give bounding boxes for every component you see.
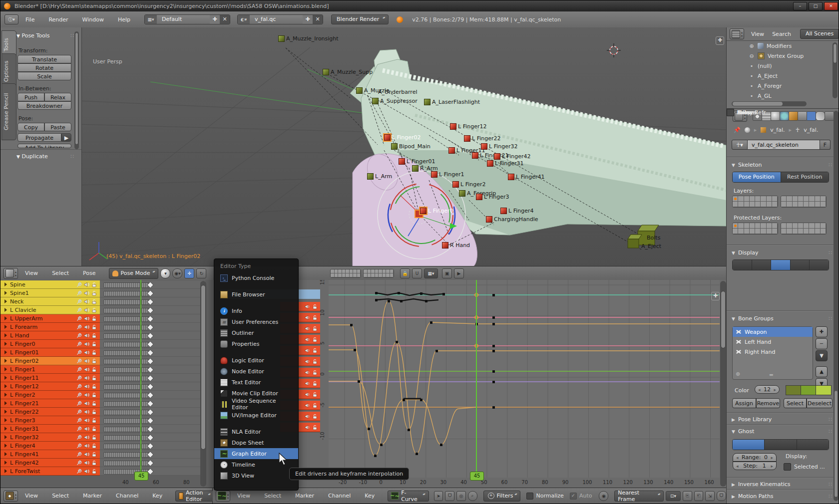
layer-cell[interactable] [738, 223, 744, 229]
channel-keyframes[interactable] [100, 459, 205, 467]
normalize-checkbox[interactable]: Normalize [526, 493, 563, 500]
tab-object-data-armature[interactable] [807, 111, 816, 121]
ghost-range-stepper[interactable]: ◂Range:0▸ [733, 453, 777, 462]
bone-group-row[interactable]: Right Hand [733, 347, 813, 357]
layer-cell[interactable] [767, 223, 772, 229]
lock-icon[interactable] [91, 452, 97, 457]
layer-cell[interactable] [815, 223, 821, 229]
keyframe-strip[interactable] [104, 359, 150, 364]
outliner-view-menu[interactable]: View [751, 31, 764, 37]
layer-cell[interactable] [335, 273, 339, 277]
channel-keyframes[interactable] [100, 374, 205, 382]
lock-icon[interactable] [91, 290, 97, 296]
toolshelf-scrollbar[interactable] [74, 31, 79, 149]
keyframe-strip[interactable] [104, 384, 150, 390]
record-icon[interactable]: ◉ [599, 491, 608, 501]
layer-cell[interactable] [804, 223, 809, 229]
render-opengl-icon[interactable]: ▣ [442, 268, 452, 278]
outliner-display-mode[interactable]: All Scenes [800, 29, 839, 39]
layer-cell[interactable] [804, 229, 809, 234]
pivot-center-icon[interactable]: ◎ [456, 491, 466, 501]
bone-cube-icon[interactable] [420, 208, 426, 214]
dope-channel-row[interactable]: L Finger22 [0, 408, 205, 416]
keyframe-strip[interactable] [104, 299, 150, 305]
layer-cell[interactable] [787, 202, 792, 207]
menu-item[interactable]: Outliner [214, 327, 298, 338]
layer-cell[interactable] [733, 223, 738, 229]
bone-label[interactable]: ChargingHandle [486, 216, 538, 223]
expand-triangle-icon[interactable] [4, 333, 7, 337]
ghost-mode-button[interactable] [765, 440, 797, 450]
layer-cell[interactable] [386, 269, 390, 273]
layer-cell[interactable] [368, 269, 372, 273]
snap-magnet-icon[interactable]: U [412, 268, 422, 278]
bone-cube-icon[interactable] [356, 87, 363, 94]
expand-triangle-icon[interactable] [4, 461, 7, 465]
ghost-panel-header[interactable]: ▼Ghost [732, 428, 754, 435]
color-set-stepper[interactable]: ◂12▸ [755, 385, 780, 394]
lock-icon[interactable] [91, 426, 97, 432]
keyframe-strip[interactable] [104, 393, 150, 398]
dope-channel-row[interactable]: L Finger11 [0, 374, 205, 382]
wrench-icon[interactable] [76, 409, 82, 415]
lock-icon[interactable] [91, 333, 97, 338]
bone-cube-icon[interactable] [459, 190, 465, 197]
layer-cell[interactable] [331, 269, 335, 273]
ghost-icon[interactable]: ᗜ [717, 491, 726, 501]
channel-keyframes[interactable] [100, 399, 205, 408]
layer-cell[interactable] [383, 273, 387, 277]
layer-cell[interactable] [804, 196, 809, 202]
menu-item[interactable]: User Preferences [214, 316, 298, 327]
curve-area[interactable] [329, 280, 720, 478]
lock-icon[interactable] [91, 375, 97, 381]
dope-channel-row[interactable]: L ForeTwist [0, 467, 205, 476]
lock-icon[interactable] [91, 443, 97, 449]
expand-triangle-icon[interactable] [4, 367, 7, 371]
layer-cell[interactable] [821, 202, 826, 207]
bone-label[interactable]: L Finger32 [481, 143, 517, 150]
mute-speaker-icon[interactable] [84, 341, 89, 347]
menu-item[interactable]: Render [48, 16, 68, 23]
bone-group-row[interactable]: Left Hand [733, 337, 813, 347]
wrench-icon[interactable] [76, 443, 82, 449]
outliner-item[interactable]: ⊖ Vertex Group [727, 51, 839, 61]
cursor-select-icon[interactable]: ➤ [434, 491, 443, 501]
keyframe-strip[interactable] [104, 452, 150, 458]
manipulator-translate-icon[interactable]: ✛ [184, 268, 194, 278]
layer-cell[interactable] [733, 202, 738, 207]
layer-cell[interactable] [335, 269, 339, 273]
outliner-item[interactable]: • (null) [727, 61, 839, 71]
outliner-item[interactable]: • A_GL [727, 91, 839, 101]
layer-cell[interactable] [738, 196, 744, 202]
channel-keyframes[interactable] [100, 289, 205, 297]
menu-item[interactable]: Dope Sheet [214, 437, 298, 448]
layer-cell[interactable] [815, 229, 821, 234]
breadcrumb-data[interactable]: v_fal. [804, 127, 818, 133]
draw-type-button[interactable] [791, 260, 810, 270]
menu-item[interactable]: Properties [214, 338, 298, 349]
color-swatch-active[interactable] [816, 385, 832, 395]
layer-cell[interactable] [379, 273, 383, 277]
bone-label[interactable]: L Finger3 [476, 194, 509, 200]
expand-triangle-icon[interactable] [4, 308, 7, 312]
bone-label[interactable]: A_Underbarrel [378, 89, 417, 95]
tab-bone-constraints[interactable] [825, 111, 834, 121]
dope-channel-row[interactable]: L Clavicle [0, 306, 205, 314]
remove-button[interactable]: Remove [756, 398, 780, 408]
wrench-icon[interactable] [76, 401, 82, 406]
layer-cell[interactable] [761, 229, 766, 234]
info-editor-type-icon[interactable]: ⓘ▾ [4, 14, 18, 24]
ghost-selected-checkbox[interactable]: Selected ... [784, 463, 825, 471]
channel-keyframes[interactable] [100, 416, 205, 425]
menu-item[interactable]: Help [118, 16, 130, 23]
layer-cell[interactable] [346, 269, 350, 273]
lock-icon[interactable] [91, 307, 97, 313]
lock-icon[interactable] [91, 409, 97, 415]
layer-cell[interactable] [368, 273, 372, 277]
layer-cell[interactable] [772, 202, 778, 207]
tab-scene[interactable] [771, 111, 780, 121]
channel-keyframes[interactable] [100, 340, 205, 348]
expand-triangle-icon[interactable] [4, 435, 7, 439]
draw-type-button[interactable] [810, 260, 829, 270]
layer-cell[interactable] [371, 273, 375, 277]
